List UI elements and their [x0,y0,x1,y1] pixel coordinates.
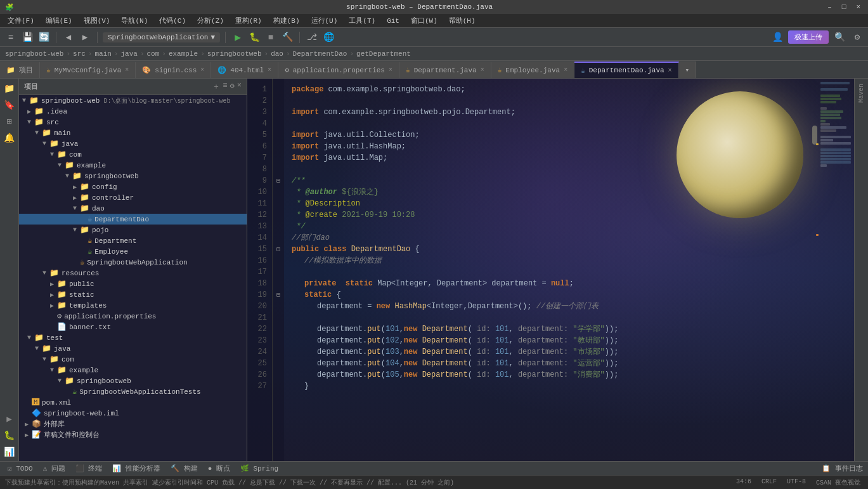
tab-close-departmentdao[interactable]: × [668,67,672,74]
menu-file[interactable]: 文件(F) [3,15,39,27]
tab-close-appprops[interactable]: × [389,67,392,74]
tree-item-example[interactable]: ▼ 📁 example [19,160,247,171]
tree-item-root[interactable]: ▼ 📁 springboot-web D:\桌面\blog-master\spr… [19,95,247,106]
tree-item-example2[interactable]: ▼ 📁 example [19,365,247,375]
toolbar-sync-btn[interactable]: 🔄 [37,30,51,44]
tree-item-pojo[interactable]: ▼ 📁 pojo [19,225,247,235]
tab-close-404[interactable]: × [268,67,271,74]
menu-edit[interactable]: 编辑(E) [41,15,77,27]
tree-item-scratches[interactable]: ▶ 📝 草稿文件和控制台 [19,429,247,440]
bottom-tab-spring[interactable]: 🌿 Spring [238,464,281,473]
tree-item-templates[interactable]: ▶ 📁 templates [19,300,247,311]
toolbar-back-btn[interactable]: ◀ [62,30,75,44]
sidebar-layout-icon[interactable]: ≡ [223,81,227,92]
debug-icon[interactable]: 🐛 [3,428,16,442]
tree-item-java[interactable]: ▼ 📁 java [19,138,247,149]
tree-item-bannertxt[interactable]: 📄 banner.txt [19,322,247,332]
stop-button[interactable]: ■ [264,30,278,44]
debug-button[interactable]: 🐛 [247,30,261,44]
tree-item-main[interactable]: ▼ 📁 main [19,127,247,138]
editor-content[interactable]: 1 2 3 4 5 6 7 8 9 10 11 12 13 14 15 16 1… [247,79,810,461]
tree-item-tests[interactable]: ☕ SpringbootWebApplicationTests [19,386,247,397]
tree-item-pomxml[interactable]: 🅼 pom.xml [19,397,247,408]
menu-analyze[interactable]: 分析(Z) [192,15,229,27]
menu-run[interactable]: 运行(U) [306,15,343,27]
tab-project[interactable]: 📁 项目 [0,62,40,78]
editor-scrollbar[interactable]: ▲ ▼ [810,79,819,461]
tree-item-extlibs[interactable]: ▶ 📦 外部库 [19,419,247,429]
code-editor[interactable]: package com.example.springbootweb.dao; i… [284,79,810,461]
tab-close-signin[interactable]: × [200,67,204,74]
toolbar-git-btn[interactable]: ⎇ [305,30,319,44]
breadcrumb-springbootweb[interactable]: springbootweb [207,50,262,58]
tab-mymvcconfig[interactable]: ☕ MyMvcConfig.java × [40,62,136,78]
tab-department[interactable]: ☕ Department.java × [399,62,491,78]
menu-tools[interactable]: 工具(T) [344,15,380,27]
maven-label[interactable]: Maven [858,81,865,105]
tree-item-test[interactable]: ▼ 📁 test [19,332,247,343]
tree-item-controller[interactable]: ▶ 📁 controller [19,192,247,203]
bottom-tab-breakpoints[interactable]: ● 断点 [205,464,233,473]
tab-overflow[interactable]: ▾ [679,62,697,78]
breadcrumb-departmentdao[interactable]: DepartmentDao [293,50,347,58]
scroll-track[interactable] [810,89,819,450]
tree-item-com[interactable]: ▼ 📁 com [19,149,247,160]
line-ending[interactable]: CRLF [759,478,779,487]
bottom-tab-todo[interactable]: ☑ TODO [5,464,36,473]
project-icon[interactable]: 📁 [3,81,16,95]
tree-item-static[interactable]: ▶ 📁 static [19,289,247,300]
structure-icon[interactable]: ⊞ [3,114,16,128]
breadcrumb-springboot-web[interactable]: springboot-web [5,50,63,58]
notifications-icon[interactable]: 🔔 [3,131,16,145]
tree-item-departmentdao[interactable]: ☕ DepartmentDao [19,214,247,225]
sidebar-settings-icon[interactable]: ⚙ [230,81,235,92]
upload-button[interactable]: 极速上传 [788,30,829,44]
bookmark-icon[interactable]: 🔖 [3,98,16,112]
run-config-icon[interactable]: ▶ [3,412,16,426]
tab-close-mymvcconfig[interactable]: × [125,67,129,74]
tree-item-java2[interactable]: ▼ 📁 java [19,343,247,354]
toolbar-translate-btn[interactable]: 🌐 [321,30,335,44]
bottom-tab-profiler[interactable]: 📊 性能分析器 [110,464,163,473]
breadcrumb-example[interactable]: example [169,50,198,58]
breadcrumb-dao[interactable]: dao [271,50,283,58]
tree-item-appprops[interactable]: ⚙ application.properties [19,311,247,322]
breadcrumb-getdepartment[interactable]: getDepartment [356,50,411,58]
close-button[interactable]: × [853,3,863,11]
menu-navigate[interactable]: 导航(N) [116,15,153,27]
fold-marker-15[interactable]: ⊟ [276,245,280,253]
tab-404[interactable]: 🌐 404.html × [211,62,278,78]
tab-signin[interactable]: 🎨 signin.css × [136,62,211,78]
tab-appprops[interactable]: ⚙ application.properties × [278,62,399,78]
build-button[interactable]: 🔨 [280,30,294,44]
tree-item-dao[interactable]: ▼ 📁 dao [19,203,247,214]
tab-close-employee[interactable]: × [564,67,567,74]
run-button[interactable]: ▶ [231,30,245,44]
tree-item-iml[interactable]: 🔷 springboot-web.iml [19,408,247,419]
tab-departmentdao[interactable]: ☕ DepartmentDao.java × [574,62,678,78]
menu-view[interactable]: 视图(V) [79,15,115,27]
tree-item-com2[interactable]: ▼ 📁 com [19,354,247,365]
menu-build[interactable]: 构建(B) [268,15,305,27]
tree-item-config[interactable]: ▶ 📁 config [19,181,247,192]
breadcrumb-src[interactable]: src [73,50,86,58]
toolbar-search-btn[interactable]: 🔍 [832,30,846,44]
scroll-thumb[interactable] [812,126,817,145]
tree-item-springbootweb2[interactable]: ▼ 📁 springbootweb [19,375,247,386]
tree-item-idea[interactable]: ▶ 📁 .idea [19,106,247,117]
bottom-tab-problems[interactable]: ⚠ 问题 [41,464,68,473]
toolbar-forward-btn[interactable]: ▶ [78,30,92,44]
toolbar-save-btn[interactable]: 💾 [20,30,34,44]
project-name-selector[interactable]: SpringbootWebApplication ▼ [103,32,220,42]
bottom-tab-build[interactable]: 🔨 构建 [168,464,200,473]
tab-close-department[interactable]: × [481,67,484,74]
tree-item-employee[interactable]: ☕ Employee [19,246,247,257]
maximize-button[interactable]: □ [839,3,849,11]
toolbar-avatar[interactable]: 👤 [770,30,784,44]
tree-item-public[interactable]: ▶ 📁 public [19,278,247,289]
event-log-label[interactable]: 📋 事件日志 [822,464,863,473]
tree-item-resources[interactable]: ▼ 📁 resources [19,268,247,278]
tree-item-department[interactable]: ☕ Department [19,235,247,246]
tab-employee[interactable]: ☕ Employee.java × [491,62,574,78]
sidebar-close-icon[interactable]: × [237,81,242,92]
